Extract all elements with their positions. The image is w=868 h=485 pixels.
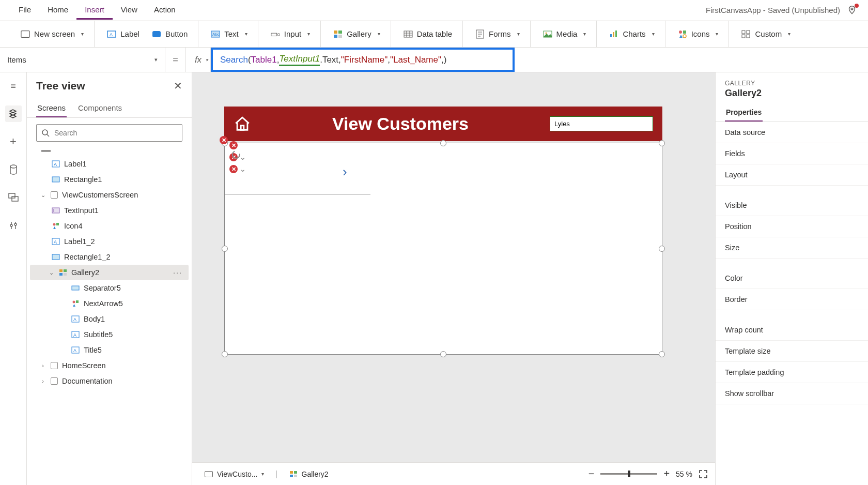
resize-handle[interactable] xyxy=(222,351,228,357)
add-button[interactable]: + xyxy=(5,133,22,150)
screen-checkbox[interactable] xyxy=(51,377,58,385)
resize-handle[interactable] xyxy=(440,351,446,357)
zoom-in-button[interactable]: + xyxy=(663,468,670,480)
home-icon[interactable] xyxy=(234,115,251,133)
prop-template-size[interactable]: Template size xyxy=(716,341,868,362)
error-badge-icon[interactable]: ✕ xyxy=(220,136,228,144)
tree-view-button[interactable] xyxy=(5,105,22,122)
tree-item-label1-2[interactable]: A Label1_2 xyxy=(30,234,189,249)
svg-point-29 xyxy=(683,35,686,38)
new-screen-button[interactable]: New screen▾ xyxy=(14,26,90,42)
screen-checkbox[interactable] xyxy=(51,362,58,369)
forms-dropdown[interactable]: Forms▾ xyxy=(469,26,526,42)
tree-item-homescreen[interactable]: › HomeScreen xyxy=(30,358,189,373)
prop-position[interactable]: Position xyxy=(716,216,868,237)
tree-item-documentation[interactable]: › Documentation xyxy=(30,373,189,389)
resize-handle[interactable] xyxy=(659,351,665,357)
charts-dropdown[interactable]: Charts▾ xyxy=(603,26,660,42)
formula-input[interactable]: Search(Table1, TextInput1.Text, "FirstNa… xyxy=(211,48,515,72)
prop-show-scrollbar[interactable]: Show scrollbar xyxy=(716,383,868,404)
chevron-right-icon[interactable]: › xyxy=(39,362,47,369)
menu-home[interactable]: Home xyxy=(39,1,76,20)
svg-rect-65 xyxy=(241,125,244,130)
tab-screens[interactable]: Screens xyxy=(36,99,67,117)
tree-item-label1[interactable]: A Label1 xyxy=(30,156,189,172)
gallery-template-row[interactable]: › xyxy=(225,143,370,195)
health-icon[interactable] xyxy=(846,5,858,16)
tree-item-rectangle1-2[interactable]: Rectangle1_2 xyxy=(30,249,189,265)
resize-handle[interactable] xyxy=(222,246,228,252)
error-badge-icon[interactable]: ✕ xyxy=(229,165,238,173)
prop-color[interactable]: Color xyxy=(716,268,868,289)
tree-item-subtitle5[interactable]: A Subtitle5 xyxy=(30,327,189,342)
error-badge-icon[interactable]: ✕ xyxy=(229,141,238,149)
text-dropdown[interactable]: Abc Text▾ xyxy=(205,26,254,42)
menu-view[interactable]: View xyxy=(113,1,146,20)
tree-item-gallery2[interactable]: ⌄ Gallery2 ··· xyxy=(30,265,189,280)
svg-line-40 xyxy=(47,134,49,137)
chevron-down-icon[interactable]: ⌄ xyxy=(48,269,55,276)
customer-search-input[interactable] xyxy=(550,116,653,131)
next-arrow-icon[interactable]: › xyxy=(343,164,347,180)
data-button[interactable] xyxy=(5,161,22,178)
rect-ctrl-icon xyxy=(71,284,80,292)
prop-fields[interactable]: Fields xyxy=(716,143,868,164)
media-dropdown[interactable]: Media▾ xyxy=(537,26,593,42)
tree-item-viewcustomersscreen[interactable]: ⌄ ViewCustomersScreen xyxy=(30,187,189,203)
tools-button[interactable] xyxy=(5,217,22,234)
icons-dropdown[interactable]: Icons▾ xyxy=(672,26,725,42)
main-area: ≡ + Tree view ✕ Screens Components xyxy=(0,72,868,485)
prop-layout[interactable]: Layout xyxy=(716,164,868,186)
resize-handle[interactable] xyxy=(440,140,446,146)
zoom-out-button[interactable]: − xyxy=(588,468,595,480)
chevron-right-icon[interactable]: › xyxy=(39,378,47,384)
table-icon xyxy=(404,29,413,39)
property-selector[interactable]: Items▾ xyxy=(0,48,165,72)
tree-list[interactable]: A Label1 Rectangle1 ⌄ ViewCustomersScree… xyxy=(27,148,192,485)
resize-handle[interactable] xyxy=(659,246,665,252)
fx-button[interactable]: fx▾ xyxy=(186,48,211,72)
svg-rect-44 xyxy=(52,177,59,182)
prop-wrap-count[interactable]: Wrap count xyxy=(716,320,868,341)
screen-checkbox[interactable] xyxy=(51,191,58,199)
prop-border[interactable]: Border xyxy=(716,289,868,310)
input-dropdown[interactable]: Input▾ xyxy=(265,26,316,42)
hamburger-button[interactable]: ≡ xyxy=(5,78,22,94)
tree-search-input[interactable] xyxy=(36,124,182,142)
resize-handle[interactable] xyxy=(659,140,665,146)
tree-item-nextarrow5[interactable]: NextArrow5 xyxy=(30,296,189,311)
gallery2-selection[interactable]: › xyxy=(224,143,662,355)
prop-template-padding[interactable]: Template padding xyxy=(716,362,868,383)
zoom-slider[interactable] xyxy=(600,473,657,475)
formula-token-fn: Search xyxy=(220,55,248,65)
menu-file[interactable]: File xyxy=(10,1,39,20)
control-name[interactable]: Gallery2 xyxy=(716,87,868,104)
button-button[interactable]: Button xyxy=(146,26,194,42)
monitor-button[interactable] xyxy=(5,189,22,206)
close-tree-button[interactable]: ✕ xyxy=(174,80,182,92)
breadcrumb-gallery[interactable]: Gallery2 xyxy=(284,468,334,480)
tree-item-title5[interactable]: A Title5 xyxy=(30,342,189,358)
chevron-down-icon[interactable]: ⌄ xyxy=(39,192,47,199)
tab-components[interactable]: Components xyxy=(77,99,123,117)
more-options-button[interactable]: ··· xyxy=(173,268,182,277)
tree-item-icon4[interactable]: Icon4 xyxy=(30,218,189,234)
menu-insert[interactable]: Insert xyxy=(76,1,113,20)
menu-action[interactable]: Action xyxy=(146,1,184,20)
gallery-dropdown[interactable]: Gallery▾ xyxy=(327,26,386,42)
label-button[interactable]: A Label xyxy=(101,26,146,42)
custom-dropdown[interactable]: Custom▾ xyxy=(735,26,797,42)
tree-item-body1[interactable]: A Body1 xyxy=(30,311,189,327)
tree-item-textinput1[interactable]: TextInput1 xyxy=(30,203,189,218)
breadcrumb-screen[interactable]: ViewCusto...▾ xyxy=(199,468,269,480)
tree-item-separator5[interactable]: Separator5 xyxy=(30,280,189,296)
fit-screen-button[interactable] xyxy=(699,469,708,479)
prop-visible[interactable]: Visible xyxy=(716,195,868,216)
tab-properties[interactable]: Properties xyxy=(725,104,763,122)
prop-data-source[interactable]: Data source xyxy=(716,122,868,143)
data-table-button[interactable]: Data table xyxy=(397,26,458,42)
chevron-down-icon[interactable]: ⌄ xyxy=(240,165,246,173)
prop-size[interactable]: Size xyxy=(716,237,868,259)
tree-item-rectangle1[interactable]: Rectangle1 xyxy=(30,172,189,187)
canvas-viewport[interactable]: View Customers › xyxy=(192,72,715,462)
